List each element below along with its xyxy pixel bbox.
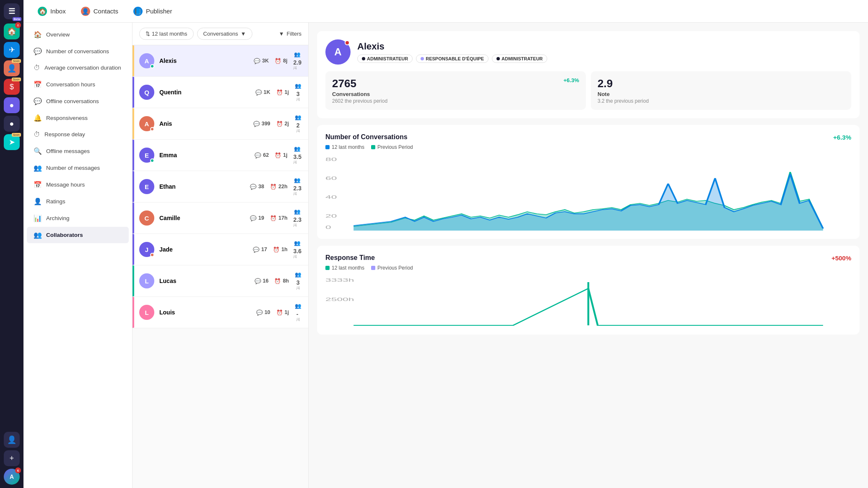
- nav-icon-contacts[interactable]: 👤 Soon: [4, 60, 20, 76]
- response-legend-label-prev: Previous Period: [377, 265, 413, 271]
- nav-inbox[interactable]: 🏠 Inbox: [32, 4, 72, 18]
- response-legend-label-current: 12 last months: [332, 265, 364, 271]
- list-item[interactable]: Q Quentin 💬 1K ⏰ 1j: [133, 77, 308, 108]
- chat-icon: 💬: [255, 278, 261, 284]
- avatar: A: [139, 53, 154, 68]
- collaborator-name: Alexis: [159, 57, 249, 64]
- period-filter-label: 12 last months: [152, 31, 187, 37]
- sidebar-item-responsiveness[interactable]: 🔔 Responsiveness: [27, 110, 129, 126]
- list-item[interactable]: A Alexis 💬 3K ⏰ 8j: [133, 45, 308, 77]
- legend-dot-purple: [371, 266, 375, 270]
- soon-badge: Soon: [12, 59, 21, 63]
- time-value: 8h: [283, 278, 289, 284]
- list-item[interactable]: A Anis 💬 399 ⏰ 2j: [133, 108, 308, 140]
- icon-bar: ☰ Beta 🏠 6 ✈ 👤 Soon $ Soon ● ● ➤ Soon 👤 …: [0, 0, 23, 488]
- sidebar-item-conv-hours[interactable]: 📅 Conversation hours: [27, 76, 129, 93]
- category-dropdown-btn[interactable]: Conversations ▼: [197, 28, 252, 40]
- notification-badge: 6: [15, 22, 21, 28]
- rating-value: 3.5: [294, 153, 301, 160]
- nav-icon-user[interactable]: 👤: [4, 432, 20, 448]
- detail-panel: A Alexis ADMINISTRATEUR: [309, 23, 868, 488]
- chat-icon: 💬: [256, 309, 263, 316]
- row-accent: [133, 77, 134, 108]
- time-value: 1j: [285, 89, 289, 95]
- user-avatar-bottom[interactable]: A 6: [4, 469, 20, 485]
- offline-conv-icon: 💬: [34, 97, 42, 105]
- response-chart-svg: 3333h 2500h: [325, 276, 851, 326]
- nav-contacts[interactable]: 👤 Contacts: [75, 4, 124, 18]
- profile-card: A Alexis ADMINISTRATEUR: [317, 31, 860, 118]
- inbox-icon: 🏠: [38, 7, 47, 16]
- sidebar-item-collaborators[interactable]: 👥 Collaborators: [27, 227, 129, 243]
- profile-online-dot: [345, 40, 350, 45]
- period-filter-btn[interactable]: ⇅ 12 last months: [139, 28, 194, 40]
- nav-publisher[interactable]: 📘 Publisher: [127, 4, 178, 18]
- time-stat: ⏰ 1j: [276, 309, 289, 316]
- content-area: 🏠 Overview 💬 Number of conversations ⏱ A…: [23, 23, 868, 488]
- sidebar-item-num-conversations[interactable]: 💬 Number of conversations: [27, 43, 129, 60]
- response-delay-icon: ⏱: [34, 131, 40, 138]
- list-item[interactable]: L Lucas 💬 16 ⏰ 8h �: [133, 265, 308, 297]
- app-logo[interactable]: ☰ Beta: [4, 3, 20, 19]
- note-stat-box: 2.9 Note 3.2 the previous period: [591, 71, 851, 110]
- chevron-down-icon: ▼: [241, 31, 246, 37]
- online-indicator: [150, 253, 154, 257]
- row-stats: 💬 62 ⏰ 1j 👥 3.5 /4: [255, 145, 301, 165]
- rating-denom: /4: [296, 317, 300, 322]
- rating-denom: /4: [294, 160, 301, 165]
- messages-value: 16: [263, 278, 269, 284]
- profile-info: Alexis ADMINISTRATEUR RESPONSABLE D'ÉQUI…: [357, 41, 547, 63]
- response-chart-change: +500%: [832, 254, 851, 262]
- list-item[interactable]: E Ethan 💬 38 ⏰ 22h: [133, 171, 308, 202]
- messages-stat: 💬 3K: [254, 58, 269, 64]
- sidebar-item-avg-duration[interactable]: ⏱ Average conversation duration: [27, 60, 129, 76]
- list-item[interactable]: C Camille 💬 19 ⏰ 17h: [133, 202, 308, 234]
- time-value: 1j: [283, 152, 287, 158]
- response-chart-title: Response Time: [325, 254, 375, 262]
- sidebar-item-archiving[interactable]: 📊 Archiving: [27, 210, 129, 226]
- profile-name: Alexis: [357, 41, 547, 52]
- sidebar-item-message-hours[interactable]: 📅 Message hours: [27, 177, 129, 193]
- clock-icon: ⏰: [270, 184, 277, 190]
- list-item[interactable]: L Louis 💬 10 ⏰ 1j �: [133, 297, 308, 328]
- current-period-area: [353, 174, 823, 231]
- messages-value: 17: [261, 247, 267, 252]
- messages-stat: 💬 38: [250, 184, 264, 190]
- time-value: 22h: [278, 184, 288, 189]
- clock-icon: ⏰: [276, 121, 283, 127]
- offline-msg-icon: 🔍: [34, 147, 42, 155]
- nav-icon-home[interactable]: 🏠 6: [4, 23, 20, 39]
- nav-icon-send[interactable]: ➤ Soon: [4, 134, 20, 150]
- nav-icon-plus[interactable]: +: [4, 450, 20, 466]
- collaborator-name: Anis: [159, 120, 248, 127]
- rating-denom: /4: [294, 223, 301, 228]
- sidebar-item-offline-messages[interactable]: 🔍 Offline messages: [27, 143, 129, 159]
- row-stats: 💬 1K ⏰ 1j 👥 3 /4: [255, 83, 301, 102]
- nav-icon-chat[interactable]: ●: [4, 116, 20, 132]
- nav-icon-telegram[interactable]: ✈: [4, 42, 20, 58]
- time-value: 17h: [278, 215, 288, 221]
- sidebar-item-num-messages[interactable]: 👥 Number of messages: [27, 160, 129, 176]
- nav-icon-dollar[interactable]: $ Soon: [4, 79, 20, 95]
- legend-dot-green: [371, 145, 375, 149]
- sidebar-item-num-msg-label: Number of messages: [46, 164, 100, 172]
- list-item[interactable]: E Emma 💬 62 ⏰ 1j: [133, 140, 308, 171]
- rating-stat: 👥 3 /4: [295, 271, 301, 291]
- beta-badge: Beta: [13, 17, 21, 21]
- sidebar-item-ratings[interactable]: 👤 Ratings: [27, 193, 129, 210]
- chart-title: Number of Conversations: [325, 133, 408, 141]
- sidebar-item-offline-conv[interactable]: 💬 Offline conversations: [27, 93, 129, 109]
- rating-stat: 👥 3.5 /4: [294, 145, 301, 165]
- online-indicator: [150, 158, 154, 163]
- list-item[interactable]: J Jade 💬 17 ⏰ 1h: [133, 234, 308, 265]
- profile-avatar: A: [325, 39, 351, 65]
- row-stats: 💬 10 ⏰ 1j 👥 - /4: [256, 303, 301, 322]
- sidebar-item-response-delay[interactable]: ⏱ Response delay: [27, 127, 129, 143]
- filters-btn[interactable]: ▼ Filters: [279, 31, 301, 37]
- y-label-20: 20: [325, 213, 337, 218]
- badge-admin-1: ADMINISTRATEUR: [357, 55, 413, 63]
- sidebar-item-offline-msg-label: Offline messages: [46, 148, 90, 155]
- sidebar-item-overview[interactable]: 🏠 Overview: [27, 26, 129, 43]
- response-legend-current: 12 last months: [325, 265, 364, 271]
- nav-icon-purple[interactable]: ●: [4, 97, 20, 113]
